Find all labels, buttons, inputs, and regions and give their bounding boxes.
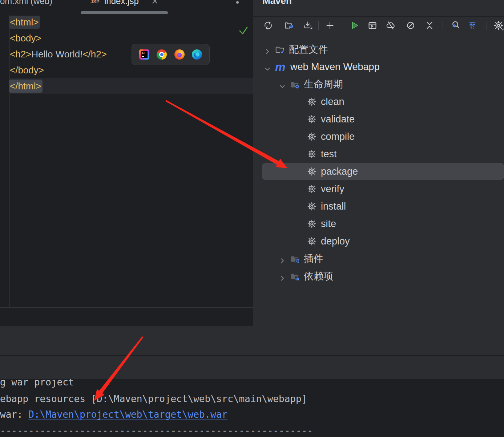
tab-pom-xml-label: om.xml (web) — [0, 0, 52, 6]
toggle-offline-mode-icon[interactable] — [386, 20, 396, 31]
goal-label: package — [321, 166, 358, 177]
chevron-right-icon[interactable] — [264, 46, 271, 53]
edge-icon[interactable] — [192, 49, 202, 60]
collapse-icon[interactable] — [424, 20, 435, 31]
editor-tab-bar: om.xml (web) JSP index.jsp — [0, 0, 253, 15]
maven-tool-window: Maven 配置文件 m web Maven Webapp — [253, 0, 504, 326]
editor-bottom-divider — [0, 307, 253, 308]
open-in-browser-popup: IJ — [132, 44, 210, 65]
goal-label: install — [321, 201, 346, 212]
gear-icon — [307, 202, 316, 211]
gear-icon — [307, 167, 316, 176]
chrome-icon[interactable] — [157, 49, 167, 60]
gear-icon — [307, 132, 316, 141]
chevron-down-icon[interactable] — [264, 64, 271, 70]
selected-row-highlight — [262, 163, 504, 180]
maven-goal-package-selected[interactable]: package — [253, 163, 504, 180]
gear-icon — [307, 114, 316, 124]
close-tab-icon[interactable] — [152, 0, 158, 6]
generate-sources-icon[interactable] — [284, 20, 294, 31]
maven-goal-install[interactable]: install — [253, 198, 504, 215]
maven-node-lifecycle[interactable]: 生命周期 — [253, 76, 504, 93]
lifecycle-label: 生命周期 — [304, 78, 343, 91]
code-line-1: <html> — [10, 14, 39, 30]
code-line-5: </html> — [10, 78, 41, 94]
add-maven-project-icon[interactable] — [325, 20, 335, 31]
plugins-folder-icon — [290, 254, 299, 263]
maven-settings-icon[interactable] — [493, 20, 504, 31]
toolbar-divider — [487, 21, 487, 30]
maven-goal-verify[interactable]: verify — [253, 180, 504, 198]
gear-icon — [307, 149, 316, 159]
code-line-2: <body> — [10, 30, 41, 46]
run-toolwindow-band — [0, 326, 504, 355]
dependencies-folder-icon — [290, 271, 299, 281]
maven-logo-icon: m — [275, 61, 286, 72]
maven-node-dependencies[interactable]: 依赖项 — [253, 267, 504, 285]
execute-maven-goal-icon[interactable] — [367, 20, 378, 31]
goal-label: compile — [321, 131, 355, 142]
maven-goal-validate[interactable]: validate — [253, 110, 504, 128]
maven-goal-test[interactable]: test — [253, 145, 504, 163]
lifecycle-folder-icon — [290, 80, 299, 89]
panel-divider[interactable] — [253, 0, 253, 326]
console-line: g war project — [0, 379, 74, 388]
toolbar-divider — [318, 21, 319, 30]
console-line: war: D:\Maven\project\web\target\web.war — [0, 409, 227, 420]
ide-window: om.xml (web) JSP index.jsp <html> <body>… — [0, 0, 504, 437]
expand-to-top-icon[interactable] — [467, 20, 477, 31]
jsp-file-icon: JSP — [90, 0, 100, 4]
console-line: ebapp resources [D:\Maven\project\web\sr… — [0, 393, 307, 404]
skip-tests-mode-icon[interactable] — [406, 20, 416, 31]
maven-node-project[interactable]: m web Maven Webapp — [253, 58, 504, 76]
reload-all-maven-projects-icon[interactable] — [263, 20, 273, 31]
gear-icon — [307, 219, 316, 228]
project-label: web Maven Webapp — [290, 61, 380, 73]
profiles-folder-icon — [275, 45, 285, 54]
download-sources-icon[interactable] — [303, 20, 313, 31]
goal-label: site — [321, 218, 336, 230]
profiles-label: 配置文件 — [289, 43, 328, 56]
maven-node-profiles[interactable]: 配置文件 — [253, 41, 504, 58]
maven-goal-site[interactable]: site — [253, 215, 504, 232]
gear-icon — [307, 184, 316, 194]
plugins-label: 插件 — [304, 252, 323, 265]
toolbar-divider — [342, 21, 342, 30]
code-line-3: <h2>Hello World!</h2> — [10, 46, 107, 62]
console-header-band — [0, 356, 504, 379]
goal-label: test — [321, 149, 337, 160]
goal-label: verify — [321, 183, 344, 195]
maven-panel-title: Maven — [262, 0, 292, 7]
chevron-right-icon[interactable] — [279, 255, 286, 262]
active-tab-underline — [81, 11, 168, 14]
goal-label: validate — [321, 114, 355, 125]
inspections-ok-check-icon[interactable] — [238, 25, 249, 37]
analyze-dependencies-icon[interactable] — [451, 20, 461, 31]
chevron-down-icon[interactable] — [279, 81, 286, 88]
tab-list-menu-icon[interactable] — [236, 1, 239, 4]
tab-index-jsp-label: index.jsp — [104, 0, 139, 6]
dependencies-label: 依赖项 — [304, 270, 333, 283]
run-maven-goal-icon[interactable] — [349, 20, 359, 31]
code-line-4: </body> — [10, 62, 44, 78]
gear-icon — [307, 236, 316, 246]
intellij-idea-icon[interactable]: IJ — [139, 49, 149, 60]
build-console: g war project ebapp resources [D:\Maven\… — [0, 379, 504, 437]
firefox-icon[interactable] — [174, 49, 185, 60]
chevron-right-icon[interactable] — [279, 273, 286, 279]
maven-goal-compile[interactable]: compile — [253, 128, 504, 145]
maven-node-plugins[interactable]: 插件 — [253, 250, 504, 267]
console-separator-line: ----------------------------------------… — [0, 425, 313, 436]
code-editor[interactable]: <html> <body> <h2>Hello World!</h2> </bo… — [0, 15, 253, 307]
goal-label: deploy — [321, 236, 350, 247]
maven-goal-deploy[interactable]: deploy — [253, 232, 504, 250]
toolbar-divider — [443, 21, 443, 30]
war-file-link[interactable]: D:\Maven\project\web\target\web.war — [28, 409, 227, 420]
gear-icon — [307, 97, 316, 106]
caret-line-highlight — [10, 78, 253, 94]
maven-goal-clean[interactable]: clean — [253, 93, 504, 110]
goal-label: clean — [321, 96, 344, 108]
maven-header-divider — [253, 16, 504, 17]
